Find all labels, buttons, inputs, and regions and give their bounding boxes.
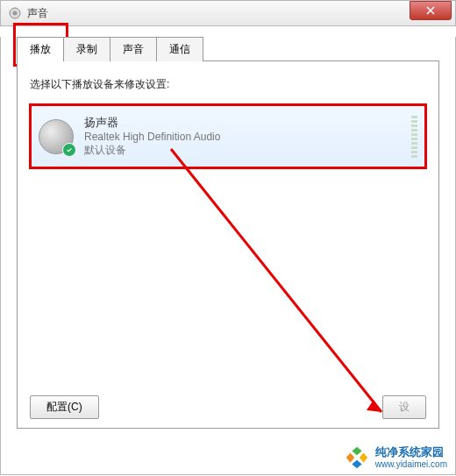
tab-label: 录制 bbox=[76, 43, 97, 55]
tab-label: 声音 bbox=[123, 43, 144, 55]
tab-recording[interactable]: 录制 bbox=[63, 37, 110, 61]
level-meter bbox=[411, 116, 417, 158]
watermark-logo-icon bbox=[344, 444, 370, 471]
watermark-text: 纯净系统家园 www.yidaimei.com bbox=[375, 446, 447, 468]
watermark-url: www.yidaimei.com bbox=[375, 459, 447, 469]
device-item-speakers[interactable]: 扬声器 Realtek High Definition Audio 默认设备 bbox=[31, 105, 425, 167]
tab-content: 选择以下播放设备来修改设置: 扬声器 Realtek High Definiti… bbox=[17, 60, 439, 429]
tab-comm[interactable]: 通信 bbox=[156, 37, 203, 61]
device-status: 默认设备 bbox=[84, 143, 404, 158]
sound-icon bbox=[8, 6, 22, 20]
button-row: 配置(C) 设 bbox=[30, 395, 426, 419]
dialog-body: 播放 录制 声音 通信 选择以下播放设备来修改设置: 扬声器 Realtek H… bbox=[0, 37, 456, 475]
button-label: 设 bbox=[399, 401, 410, 413]
tab-row: 播放 录制 声音 通信 bbox=[17, 37, 455, 61]
tab-sounds[interactable]: 声音 bbox=[110, 37, 157, 61]
speaker-icon bbox=[39, 119, 74, 154]
configure-button[interactable]: 配置(C) bbox=[30, 395, 99, 419]
svg-line-2 bbox=[171, 149, 381, 412]
tab-label: 通信 bbox=[169, 43, 190, 55]
close-button[interactable] bbox=[410, 1, 452, 20]
default-check-icon bbox=[62, 143, 76, 157]
instruction-text: 选择以下播放设备来修改设置: bbox=[30, 77, 426, 92]
button-label: 配置(C) bbox=[46, 401, 82, 413]
device-list: 扬声器 Realtek High Definition Audio 默认设备 bbox=[30, 104, 426, 168]
svg-point-1 bbox=[13, 11, 18, 16]
device-sub: Realtek High Definition Audio bbox=[84, 131, 404, 143]
tab-playback[interactable]: 播放 bbox=[17, 37, 64, 61]
device-name: 扬声器 bbox=[84, 115, 404, 131]
set-button-partial[interactable]: 设 bbox=[382, 395, 426, 419]
device-text: 扬声器 Realtek High Definition Audio 默认设备 bbox=[84, 115, 404, 158]
watermark-title: 纯净系统家园 bbox=[375, 446, 447, 458]
titlebar: 声音 bbox=[0, 0, 456, 26]
tab-label: 播放 bbox=[30, 43, 51, 55]
window-title: 声音 bbox=[27, 6, 48, 21]
watermark: 纯净系统家园 www.yidaimei.com bbox=[340, 443, 451, 472]
